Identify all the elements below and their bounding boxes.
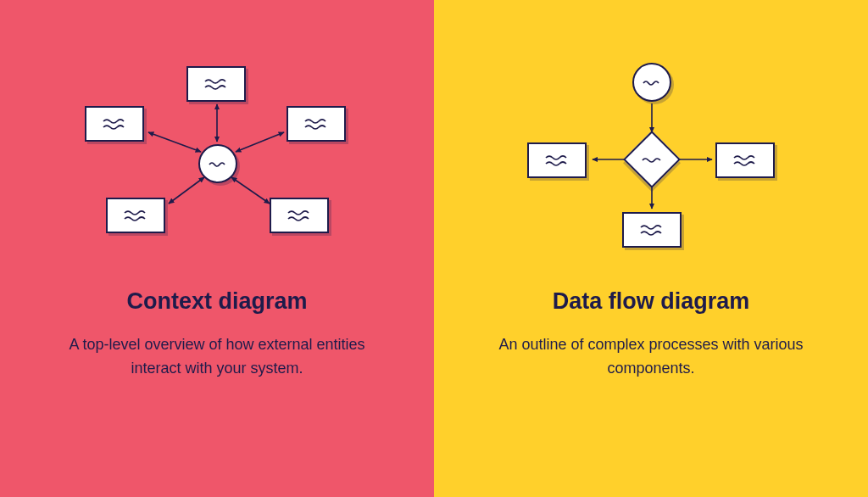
upper-left-box-node xyxy=(85,106,144,142)
squiggle-icon xyxy=(124,209,147,221)
squiggle-icon xyxy=(733,154,757,166)
dataflow-diagram-panel: Data flow diagram An outline of complex … xyxy=(434,0,868,497)
squiggle-icon xyxy=(304,118,328,130)
decision-diamond-node xyxy=(626,134,677,185)
squiggle-icon xyxy=(643,79,661,86)
context-title: Context diagram xyxy=(126,288,307,315)
squiggle-icon xyxy=(642,156,662,163)
dataflow-diagram-graphic xyxy=(434,51,868,263)
top-circle-node xyxy=(632,63,671,102)
svg-line-2 xyxy=(236,132,284,152)
central-circle-node xyxy=(198,144,237,183)
context-description: A top-level overview of how external ent… xyxy=(56,333,378,381)
top-box-node xyxy=(186,66,246,102)
context-diagram-graphic xyxy=(0,51,434,263)
squiggle-icon xyxy=(545,154,569,166)
dataflow-description: An outline of complex processes with var… xyxy=(490,333,812,381)
svg-line-3 xyxy=(169,177,204,204)
squiggle-icon xyxy=(103,118,126,130)
dataflow-title: Data flow diagram xyxy=(553,288,750,315)
svg-line-4 xyxy=(231,177,270,204)
squiggle-icon xyxy=(640,224,664,236)
right-box-node xyxy=(715,142,775,178)
lower-left-box-node xyxy=(106,198,165,233)
context-diagram-panel: Context diagram A top-level overview of … xyxy=(0,0,434,497)
left-box-node xyxy=(527,142,587,178)
squiggle-icon xyxy=(204,78,228,90)
lower-right-box-node xyxy=(270,198,329,233)
squiggle-icon xyxy=(287,209,311,221)
svg-line-1 xyxy=(148,132,201,152)
squiggle-icon xyxy=(209,160,227,167)
bottom-box-node xyxy=(622,212,682,248)
upper-right-box-node xyxy=(287,106,346,142)
